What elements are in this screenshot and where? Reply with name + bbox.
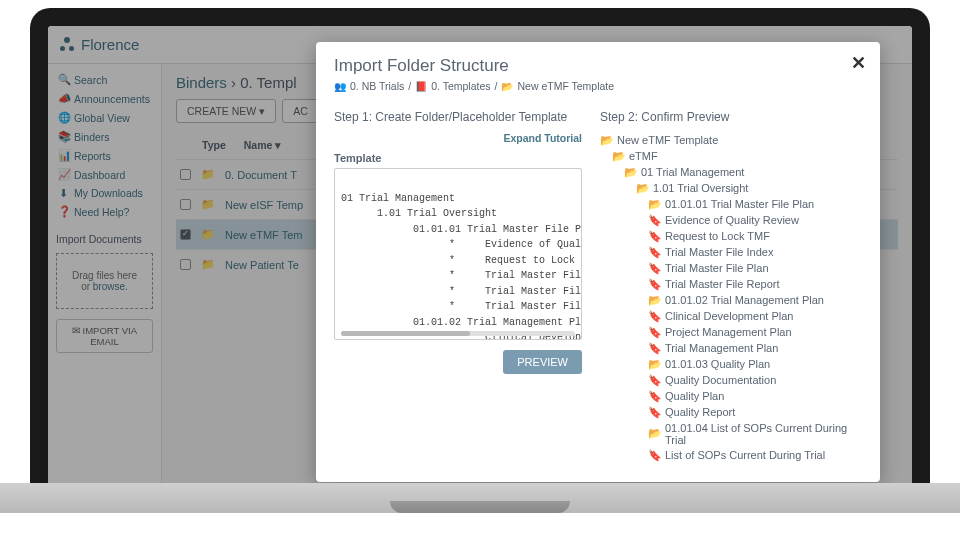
folder-open-icon: 📂 [648,294,660,307]
tree-doc[interactable]: 🔖Trial Master File Report [600,276,862,292]
tree-label: New eTMF Template [617,134,718,146]
tree-doc[interactable]: 🔖Quality Plan [600,388,862,404]
folder-open-icon: 📂 [648,358,660,371]
close-icon[interactable]: ✕ [851,52,866,74]
expand-tutorial-link[interactable]: Expand Tutorial [334,132,582,144]
tree-folder[interactable]: 📂01.01.04 List of SOPs Current During Tr… [600,420,862,447]
import-folder-modal: Import Folder Structure ✕ 👥0. NB Trials/… [316,42,880,482]
crumb-icon: 👥 [334,81,346,92]
bookmark-icon: 🔖 [648,278,660,291]
tree-doc[interactable]: 🔖Clinical Development Plan [600,308,862,324]
tree-folder[interactable]: 📂01.01.03 Quality Plan [600,356,862,372]
bookmark-icon: 🔖 [648,390,660,403]
bookmark-icon: 🔖 [648,374,660,387]
step2-title: Step 2: Confirm Preview [600,110,862,124]
preview-button[interactable]: PREVIEW [503,350,582,374]
folder-open-icon: 📂 [636,182,648,195]
bookmark-icon: 🔖 [648,310,660,323]
tree-label: 1.01 Trial Oversight [653,182,748,194]
tree-label: Request to Lock TMF [665,230,770,242]
folder-open-icon: 📂 [624,166,636,179]
bookmark-icon: 🔖 [648,342,660,355]
scrollbar-horizontal[interactable] [341,331,575,336]
tree-doc[interactable]: 🔖Trial Management Plan [600,340,862,356]
tree-doc[interactable]: 🔖List of SOPs Current During Trial [600,447,862,463]
tree-label: 01 Trial Management [641,166,744,178]
folder-open-icon: 📂 [648,427,660,440]
tree-doc[interactable]: 🔖Request to Lock TMF [600,228,862,244]
tree-label: Quality Report [665,406,735,418]
template-textarea[interactable]: 01 Trial Management 1.01 Trial Oversight… [334,168,582,340]
crumb-icon: 📕 [415,81,427,92]
tree-doc[interactable]: 🔖Project Management Plan [600,324,862,340]
tree-label: List of SOPs Current During Trial [665,449,825,461]
crumb-segment[interactable]: 0. NB Trials [350,80,404,92]
tree-doc[interactable]: 🔖Quality Report [600,404,862,420]
tree-label: Quality Plan [665,390,724,402]
modal-title: Import Folder Structure [334,56,862,76]
template-label: Template [334,152,582,164]
folder-open-icon: 📂 [600,134,612,147]
bookmark-icon: 🔖 [648,326,660,339]
tree-folder[interactable]: 📂1.01 Trial Oversight [600,180,862,196]
tree-doc[interactable]: 🔖Trial Master File Index [600,244,862,260]
tree-folder[interactable]: 📂01 Trial Management [600,164,862,180]
modal-breadcrumb: 👥0. NB Trials/📕0. Templates/📂New eTMF Te… [334,80,862,92]
step1-title: Step 1: Create Folder/Placeholder Templa… [334,110,582,124]
tree-label: Quality Documentation [665,374,776,386]
crumb-segment[interactable]: New eTMF Template [517,80,614,92]
bookmark-icon: 🔖 [648,449,660,462]
tree-label: Trial Management Plan [665,342,778,354]
tree-label: eTMF [629,150,658,162]
tree-label: Clinical Development Plan [665,310,793,322]
tree-label: 01.01.01 Trial Master File Plan [665,198,814,210]
tree-label: Trial Master File Index [665,246,773,258]
bookmark-icon: 🔖 [648,246,660,259]
tree-doc[interactable]: 🔖Evidence of Quality Review [600,212,862,228]
bookmark-icon: 🔖 [648,214,660,227]
crumb-icon: 📂 [501,81,513,92]
folder-open-icon: 📂 [612,150,624,163]
folder-open-icon: 📂 [648,198,660,211]
tree-doc[interactable]: 🔖Trial Master File Plan [600,260,862,276]
tree-folder[interactable]: 📂01.01.02 Trial Management Plan [600,292,862,308]
tree-label: 01.01.04 List of SOPs Current During Tri… [665,422,862,446]
bookmark-icon: 🔖 [648,230,660,243]
tree-label: 01.01.02 Trial Management Plan [665,294,824,306]
laptop-base [0,483,960,513]
tree-label: Project Management Plan [665,326,792,338]
bookmark-icon: 🔖 [648,406,660,419]
crumb-segment[interactable]: 0. Templates [431,80,490,92]
tree-folder[interactable]: 📂01.01.01 Trial Master File Plan [600,196,862,212]
tree-label: Evidence of Quality Review [665,214,799,226]
tree-folder[interactable]: 📂eTMF [600,148,862,164]
tree-doc[interactable]: 🔖Quality Documentation [600,372,862,388]
tree-label: 01.01.03 Quality Plan [665,358,770,370]
bookmark-icon: 🔖 [648,262,660,275]
tree-label: Trial Master File Plan [665,262,769,274]
tree-folder[interactable]: 📂New eTMF Template [600,132,862,148]
laptop-frame: Florence 🔍Search📣Announcements🌐Global Vi… [30,8,930,513]
tree-label: Trial Master File Report [665,278,780,290]
